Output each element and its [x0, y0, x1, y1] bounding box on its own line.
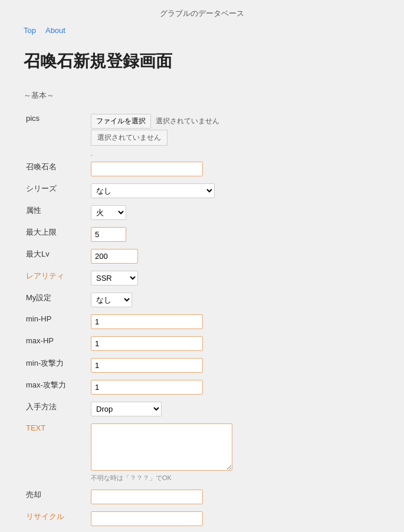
nav-bar: Top About [0, 22, 404, 38]
sell-row: 売却 [24, 486, 380, 508]
min-hp-input-cell [88, 311, 380, 333]
min-hp-input[interactable] [91, 314, 203, 329]
rarity-select[interactable]: NRSRSSR [91, 271, 138, 285]
dot-row: . [24, 149, 380, 158]
mysetting-label: My設定 [24, 289, 88, 311]
max-row: 最大上限 [24, 224, 380, 245]
mysetting-input-cell: なし設定1 [88, 289, 380, 311]
max-lv-row: 最大Lv [24, 245, 380, 267]
nav-top[interactable]: Top [24, 26, 36, 35]
attr-label: 属性 [24, 202, 88, 224]
cv-row: cv なしCV1CV2 ▼ [24, 530, 380, 532]
min-hp-row: min-HP [24, 311, 380, 333]
max-atk-label: max-攻撃力 [24, 376, 88, 398]
acquisition-label: 入手方法 [24, 398, 88, 420]
max-lv-input[interactable] [91, 249, 138, 264]
max-atk-input-cell [88, 376, 380, 398]
attr-select[interactable]: 火水土風光闇 [91, 205, 126, 220]
cv-input-cell: なしCV1CV2 ▼ [88, 530, 380, 532]
text-row: TEXT 不明な時は「？？？」でOK [24, 420, 380, 486]
series-label: シリーズ [24, 180, 88, 202]
acquisition-row: 入手方法 Dropガチャイベントその他 [24, 398, 380, 420]
file-select-button[interactable]: ファイルを選択 [91, 114, 151, 129]
shoukan-name-row: 召喚石名 [24, 158, 380, 180]
series-input-cell: なしシリーズ1シリーズ2 [88, 180, 380, 202]
mysetting-select[interactable]: なし設定1 [91, 293, 132, 307]
sell-input-cell [88, 486, 380, 508]
min-atk-label: min-攻撃力 [24, 354, 88, 376]
shoukan-name-label: 召喚石名 [24, 158, 88, 180]
text-input-cell: 不明な時は「？？？」でOK [88, 420, 380, 486]
max-hp-label: max-HP [24, 333, 88, 354]
series-row: シリーズ なしシリーズ1シリーズ2 [24, 180, 380, 202]
page-title: 召喚石新規登録画面 [24, 50, 380, 73]
cv-label: cv [24, 530, 88, 532]
max-hp-input[interactable] [91, 336, 203, 351]
mysetting-row: My設定 なし設定1 [24, 289, 380, 311]
file-no-selected-box: 選択されていません [91, 130, 167, 146]
recycle-label: リサイクル [24, 508, 88, 530]
sell-label: 売却 [24, 486, 88, 508]
max-lv-label: 最大Lv [24, 245, 88, 267]
acquisition-input-cell: Dropガチャイベントその他 [88, 398, 380, 420]
text-hint: 不明な時は「？？？」でOK [91, 474, 378, 482]
attr-input-cell: 火水土風光闇 [88, 202, 380, 224]
max-hp-row: max-HP [24, 333, 380, 354]
form-table: pics ファイルを選択 選択されていません 選択されていません . [24, 110, 380, 532]
file-area: ファイルを選択 選択されていません [91, 114, 378, 129]
file-no-selected-text: 選択されていません [156, 116, 219, 126]
max-input-cell [88, 224, 380, 245]
dot-text: . [88, 149, 380, 158]
min-atk-input[interactable] [91, 358, 203, 373]
recycle-input[interactable] [91, 511, 203, 526]
min-atk-row: min-攻撃力 [24, 354, 380, 376]
rarity-label: レアリティ [24, 267, 88, 289]
site-title: グラブルのデータベース [160, 9, 244, 18]
shoukan-name-input[interactable] [91, 162, 203, 176]
max-atk-input[interactable] [91, 380, 203, 395]
attr-row: 属性 火水土風光闇 [24, 202, 380, 224]
nav-about[interactable]: About [45, 26, 65, 35]
max-hp-input-cell [88, 333, 380, 354]
recycle-row: リサイクル [24, 508, 380, 530]
text-label: TEXT [24, 420, 88, 486]
pics-row: pics ファイルを選択 選択されていません 選択されていません [24, 110, 380, 149]
recycle-input-cell [88, 508, 380, 530]
max-atk-row: max-攻撃力 [24, 376, 380, 398]
pics-label: pics [24, 110, 88, 149]
shoukan-name-input-cell [88, 158, 380, 180]
max-input[interactable] [91, 227, 126, 242]
text-textarea[interactable] [91, 423, 232, 471]
pics-input-cell: ファイルを選択 選択されていません 選択されていません [88, 110, 380, 149]
max-lv-input-cell [88, 245, 380, 267]
rarity-row: レアリティ NRSRSSR [24, 267, 380, 289]
rarity-input-cell: NRSRSSR [88, 267, 380, 289]
max-label: 最大上限 [24, 224, 88, 245]
min-atk-input-cell [88, 354, 380, 376]
min-hp-label: min-HP [24, 311, 88, 333]
series-select[interactable]: なしシリーズ1シリーズ2 [91, 183, 215, 198]
section-basic-label: ～基本～ [24, 90, 380, 101]
sell-input[interactable] [91, 490, 203, 504]
acquisition-select[interactable]: Dropガチャイベントその他 [91, 402, 162, 416]
